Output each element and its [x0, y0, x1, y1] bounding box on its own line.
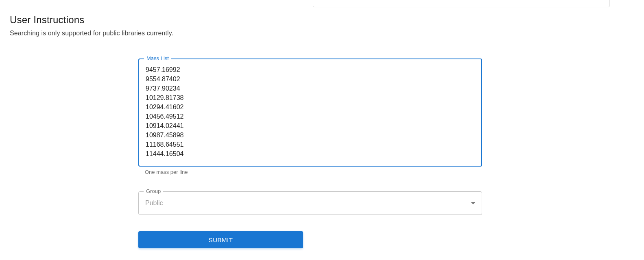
group-field: Group Public	[138, 191, 482, 215]
mass-list-outline: Mass List	[138, 58, 482, 167]
instructions-section: User Instructions Searching is only supp…	[10, 14, 173, 37]
search-form: Mass List One mass per line Group Public…	[138, 58, 482, 248]
instructions-subtitle: Searching is only supported for public l…	[10, 30, 173, 37]
instructions-title: User Instructions	[10, 14, 173, 26]
mass-list-helper: One mass per line	[145, 169, 482, 175]
group-value: Public	[145, 199, 471, 207]
mass-list-field: Mass List One mass per line	[138, 58, 482, 175]
top-card-fragment	[313, 0, 610, 7]
group-outline: Group Public	[138, 191, 482, 215]
mass-list-label: Mass List	[144, 55, 171, 61]
chevron-down-icon	[471, 202, 475, 204]
submit-button[interactable]: SUBMIT	[138, 231, 303, 248]
group-select[interactable]: Public	[139, 192, 482, 214]
mass-list-textarea[interactable]	[139, 59, 481, 164]
